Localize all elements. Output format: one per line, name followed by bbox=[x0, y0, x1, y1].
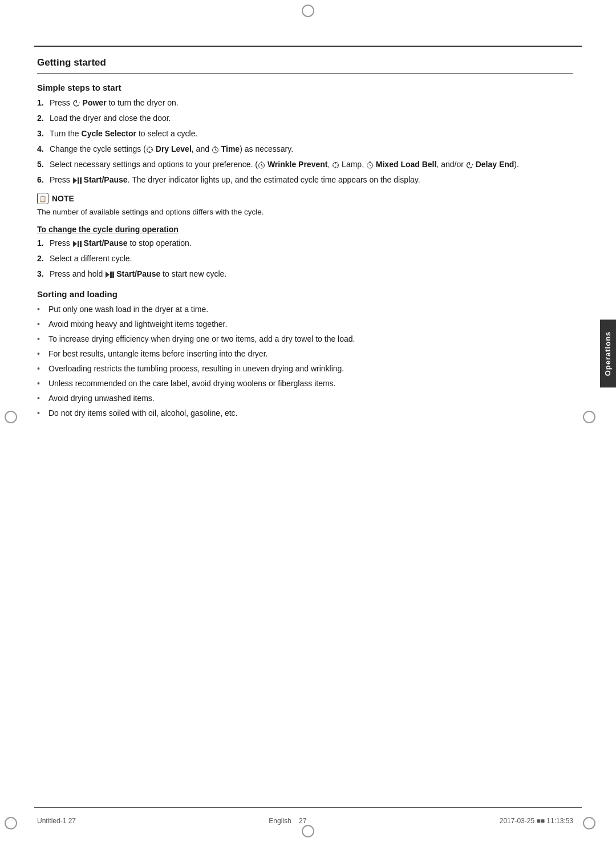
bullet-3: • To increase drying efficiency when dry… bbox=[37, 333, 573, 345]
change-step-2: 2. Select a different cycle. bbox=[37, 253, 573, 265]
bottom-right-circle bbox=[583, 817, 595, 829]
startpause-icon-3 bbox=[105, 271, 114, 278]
svg-rect-30 bbox=[78, 241, 79, 247]
svg-rect-28 bbox=[80, 177, 82, 184]
bullet-1: • Put only one wash load in the dryer at… bbox=[37, 303, 573, 315]
note-text: The number of available settings and opt… bbox=[37, 207, 573, 218]
svg-line-22 bbox=[370, 165, 371, 167]
svg-rect-31 bbox=[80, 241, 82, 247]
bullet-5: • Overloading restricts the tumbling pro… bbox=[37, 363, 573, 375]
step-2: 2. Load the dryer and close the door. bbox=[37, 112, 573, 124]
bullet-6: • Unless recommended on the care label, … bbox=[37, 378, 573, 390]
lamp-icon bbox=[332, 161, 339, 169]
top-line bbox=[34, 46, 582, 47]
time-icon bbox=[212, 146, 219, 153]
sidebar-tab: Operations bbox=[600, 320, 616, 388]
svg-marker-32 bbox=[106, 272, 110, 278]
svg-line-13 bbox=[261, 165, 263, 167]
change-step-3: 3. Press and hold Start/Pause to start n… bbox=[37, 268, 573, 280]
right-circle-marker bbox=[583, 411, 595, 423]
left-circle-marker bbox=[5, 411, 17, 423]
bottom-left-circle bbox=[5, 817, 17, 829]
section-title: Getting started bbox=[37, 57, 573, 74]
note-box: 📋 NOTE The number of available settings … bbox=[37, 193, 573, 218]
footer-right: 2017-03-25 ■■ 11:13:53 bbox=[500, 817, 573, 825]
footer-page: 27 bbox=[299, 817, 306, 825]
note-header: 📋 NOTE bbox=[37, 193, 573, 204]
page: Operations Getting started Simple steps … bbox=[0, 0, 616, 842]
drylevel-icon bbox=[146, 146, 153, 153]
bullet-4: • For best results, untangle items befor… bbox=[37, 348, 573, 360]
svg-rect-33 bbox=[110, 272, 112, 278]
subsection-simple-steps-title: Simple steps to start bbox=[37, 83, 573, 92]
footer-lang: English bbox=[269, 817, 291, 825]
main-content: Getting started Simple steps to start 1.… bbox=[37, 57, 573, 785]
footer: Untitled-1 27 English 27 2017-03-25 ■■ 1… bbox=[37, 817, 573, 825]
change-cycle-heading: To change the cycle during operation bbox=[37, 225, 573, 234]
step-1: 1. Press Power to turn the dryer on. bbox=[37, 97, 573, 109]
change-cycle-list: 1. Press Start/Pause to stop operation. … bbox=[37, 237, 573, 280]
svg-marker-26 bbox=[73, 177, 77, 184]
svg-rect-27 bbox=[78, 177, 79, 184]
svg-marker-29 bbox=[73, 241, 77, 247]
footer-left: Untitled-1 27 bbox=[37, 817, 76, 825]
note-icon: 📋 bbox=[37, 193, 48, 204]
step-6: 6. Press Start/Pause. The dryer indicato… bbox=[37, 174, 573, 186]
sorting-list: • Put only one wash load in the dryer at… bbox=[37, 303, 573, 419]
note-label: NOTE bbox=[52, 194, 74, 203]
startpause-icon-2 bbox=[72, 240, 82, 248]
bullet-7: • Avoid drying unwashed items. bbox=[37, 392, 573, 404]
footer-lang-page: English 27 bbox=[269, 817, 306, 825]
delayend-icon bbox=[466, 161, 473, 169]
step-5: 5. Select necessary settings and options… bbox=[37, 159, 573, 171]
mixedbell-icon bbox=[366, 161, 374, 169]
step-4: 4. Change the cycle settings ( Dry Level… bbox=[37, 143, 573, 155]
bullet-2: • Avoid mixing heavy and lightweight ite… bbox=[37, 318, 573, 330]
bottom-center-circle bbox=[302, 825, 314, 837]
svg-rect-34 bbox=[112, 272, 114, 278]
startpause-icon-1 bbox=[72, 177, 82, 184]
sidebar-label: Operations bbox=[603, 331, 612, 377]
svg-line-9 bbox=[215, 150, 217, 151]
simple-steps-list: 1. Press Power to turn the dryer on. 2. … bbox=[37, 97, 573, 186]
sorting-loading-title: Sorting and loading bbox=[37, 289, 573, 299]
bottom-line bbox=[34, 807, 582, 808]
bullet-8: • Do not dry items soiled with oil, alco… bbox=[37, 407, 573, 419]
step-3: 3. Turn the Cycle Selector to select a c… bbox=[37, 128, 573, 140]
wrinkle-icon bbox=[258, 161, 265, 169]
top-center-circle bbox=[302, 5, 314, 17]
power-icon bbox=[72, 99, 80, 107]
change-step-1: 1. Press Start/Pause to stop operation. bbox=[37, 237, 573, 249]
